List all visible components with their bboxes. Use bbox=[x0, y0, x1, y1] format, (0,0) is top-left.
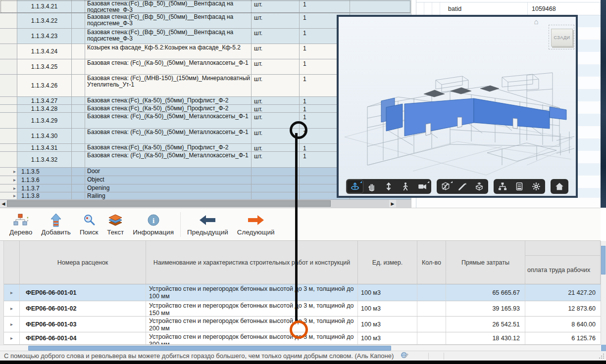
expander-arrow-icon[interactable]: ▸ bbox=[10, 336, 13, 341]
row-gap bbox=[72, 75, 85, 96]
row-gap bbox=[72, 176, 85, 184]
row-description: Базовая стена:(Fc)_(Вф_50)_(50мм)__Вентф… bbox=[85, 29, 252, 44]
measure-tool-icon[interactable] bbox=[454, 180, 471, 193]
row-description: Базовая стена: (Fc)_(Ка-50)_(50мм)_Метал… bbox=[85, 129, 252, 143]
zoom-vertical-tool-icon[interactable] bbox=[380, 180, 397, 193]
row-expander bbox=[0, 44, 17, 59]
rate-quantity bbox=[417, 284, 446, 301]
header-unit[interactable]: Ед. измер. bbox=[358, 241, 417, 284]
pan-tool-icon[interactable] bbox=[363, 180, 380, 193]
status-separator bbox=[444, 353, 444, 360]
model-tree-tool-icon[interactable] bbox=[494, 180, 511, 193]
property-row[interactable]: batid 1059468 bbox=[416, 2, 601, 15]
search-button[interactable]: Поиск bbox=[75, 210, 102, 239]
walk-tool-icon[interactable] bbox=[397, 180, 414, 193]
rates-table-hscrollbar[interactable] bbox=[0, 345, 601, 351]
info-icon: i bbox=[147, 213, 160, 228]
row-description: Базовая стена:(Fc)_(Ка-50)_(50мм)_Профли… bbox=[85, 105, 252, 112]
expander-arrow-icon[interactable]: ▸ bbox=[10, 322, 13, 327]
table-row[interactable]: 1.1.3.4.21Базовая стена:(Fc)_(Вф_50)_(50… bbox=[0, 0, 411, 13]
header-qty[interactable]: Кол-во bbox=[417, 241, 446, 284]
scroll-thumb[interactable] bbox=[7, 200, 331, 207]
navigation-cube[interactable]: СЗАДИ bbox=[549, 25, 574, 49]
rate-unit: 100 м3 bbox=[358, 301, 417, 316]
add-button-label: Добавить bbox=[41, 228, 71, 236]
explode-tool-icon[interactable] bbox=[471, 180, 488, 193]
text-button[interactable]: Текст bbox=[102, 210, 128, 239]
add-icon bbox=[50, 213, 62, 228]
table-row[interactable]: ▸ФЕР06-06-001-02Устройство стен и перего… bbox=[4, 301, 601, 317]
section-tool-icon[interactable] bbox=[437, 180, 454, 193]
row-expander: ▸ bbox=[0, 168, 17, 176]
status-separator bbox=[428, 353, 429, 360]
row-number: 1.1.3.4.27 bbox=[17, 97, 72, 104]
scrollbar-corner bbox=[601, 345, 606, 351]
rate-unit: 100 м3 bbox=[358, 317, 417, 332]
globe-edit-icon[interactable] bbox=[401, 352, 408, 360]
rate-direct-cost: 18 430.12 bbox=[446, 332, 525, 344]
properties-tool-icon[interactable] bbox=[511, 180, 528, 193]
expander-arrow-icon[interactable]: ▸ bbox=[13, 186, 16, 191]
row-unit: шт. bbox=[252, 13, 300, 28]
viewcube-home-icon[interactable]: ⌂ bbox=[532, 18, 541, 26]
info-button-label: Информация bbox=[133, 228, 174, 236]
row-expander bbox=[0, 59, 17, 74]
expander-arrow-icon[interactable]: ▸ bbox=[13, 193, 16, 198]
row-unit: шт. bbox=[252, 0, 300, 13]
row-expander: ▸ bbox=[4, 301, 20, 316]
top-table-hscrollbar[interactable]: ◀ ▶ bbox=[0, 200, 411, 208]
rates-table-header: Номера расценок Наименование и характери… bbox=[4, 241, 601, 284]
tree-icon bbox=[13, 213, 28, 228]
rates-table-vscrollbar[interactable] bbox=[601, 241, 606, 345]
row-description: Базовая стена:(Fc)_(Ка-50)_(50мм)_Профли… bbox=[85, 97, 252, 104]
header-labor[interactable]: оплата труда рабочих bbox=[525, 241, 601, 284]
scroll-thumb[interactable] bbox=[28, 346, 391, 351]
orbit-tool-icon[interactable] bbox=[347, 180, 363, 193]
row-gap bbox=[72, 13, 85, 28]
add-button[interactable]: Добавить bbox=[37, 210, 75, 239]
navigation-cube-face[interactable]: СЗАДИ bbox=[551, 29, 573, 46]
row-description: Базовая стена: (Fc)_(Ка-50)_(50мм)_Метал… bbox=[85, 113, 252, 128]
previous-button[interactable]: Предыдущий bbox=[183, 210, 233, 239]
row-unit: шт. bbox=[252, 44, 300, 59]
home-tool-icon[interactable] bbox=[551, 180, 568, 193]
scroll-left-arrow-icon[interactable]: ◀ bbox=[0, 200, 7, 207]
bottom-table-margin bbox=[0, 241, 4, 351]
annotation-start-circle bbox=[290, 121, 307, 139]
row-gap bbox=[72, 168, 85, 176]
header-codes[interactable]: Номера расценок bbox=[20, 241, 146, 284]
scroll-thumb[interactable] bbox=[601, 246, 606, 274]
row-gap bbox=[72, 0, 85, 13]
info-button[interactable]: i Информация bbox=[128, 210, 178, 239]
next-button-label: Следующий bbox=[237, 228, 275, 236]
next-button[interactable]: Следующий bbox=[233, 210, 279, 239]
scroll-right-arrow-icon[interactable]: ▶ bbox=[389, 200, 396, 207]
expander-arrow-icon[interactable]: ▸ bbox=[10, 290, 13, 295]
arrow-left-icon bbox=[199, 213, 216, 228]
table-row[interactable]: ▸ФЕР06-06-001-01Устройство стен и перего… bbox=[4, 284, 601, 301]
header-desc[interactable]: Наименование и характеристика строительн… bbox=[146, 241, 358, 284]
rate-description: Устройство стен и перегородок бетонных в… bbox=[146, 332, 358, 344]
search-button-label: Поиск bbox=[80, 228, 98, 236]
settings-tool-icon[interactable] bbox=[528, 180, 545, 193]
tree-button[interactable]: Дерево bbox=[5, 210, 37, 239]
expander-arrow-icon[interactable]: ▸ bbox=[13, 169, 16, 174]
expander-arrow-icon[interactable]: ▸ bbox=[10, 306, 13, 311]
row-number: 1.1.3.8 bbox=[17, 192, 72, 199]
header-direct[interactable]: Прямые затраты bbox=[446, 241, 525, 284]
row-description: Базовая стена:(Fc)_(Ка-50)_(50мм)_Профли… bbox=[85, 144, 252, 151]
expander-arrow-icon[interactable]: ▸ bbox=[13, 178, 16, 182]
row-number: 1.1.3.7 bbox=[17, 184, 72, 192]
rate-description: Устройство стен и перегородок бетонных в… bbox=[146, 317, 358, 332]
bim-model[interactable] bbox=[339, 17, 576, 181]
row-expander bbox=[0, 29, 17, 44]
rate-unit: 100 м3 bbox=[358, 332, 417, 344]
row-unit: шт. bbox=[252, 105, 300, 112]
rate-direct-cost: 65 665.67 bbox=[446, 284, 525, 301]
row-quantity: 1 bbox=[300, 0, 350, 13]
rate-direct-cost: 26 542.51 bbox=[446, 317, 525, 332]
resize-grip-icon[interactable] bbox=[599, 353, 605, 361]
bim-3d-viewer[interactable]: ⌂ СЗАДИ bbox=[337, 15, 578, 198]
rate-quantity bbox=[417, 317, 446, 332]
camera-tool-icon[interactable] bbox=[414, 180, 431, 193]
